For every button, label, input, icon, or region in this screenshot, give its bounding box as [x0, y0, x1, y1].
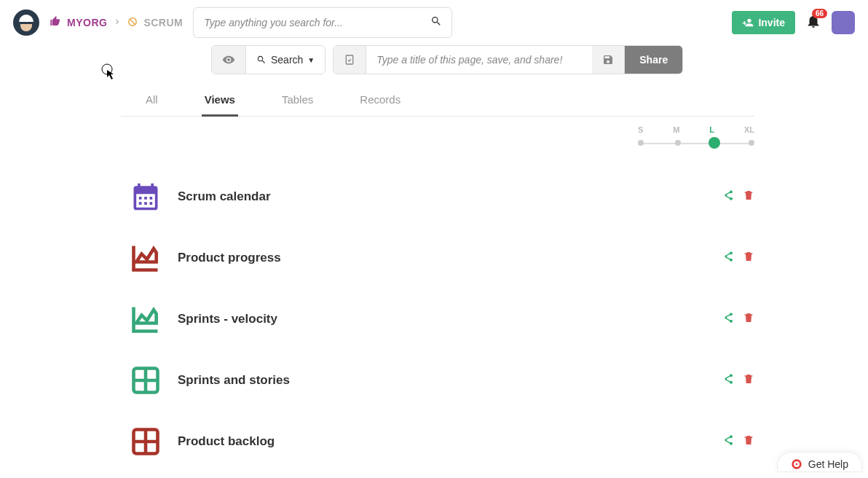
view-item: Sprints - velocity — [130, 289, 754, 350]
share-button[interactable] — [722, 434, 734, 449]
view-item: Sprints and stories — [130, 350, 754, 411]
page-title-group: Share — [333, 45, 683, 74]
save-button[interactable] — [592, 46, 625, 74]
notification-count: 66 — [812, 9, 827, 18]
view-item: Product backlog — [130, 411, 754, 472]
share-icon — [722, 251, 734, 262]
view-item-actions — [722, 312, 754, 326]
trash-icon — [743, 312, 754, 324]
size-label-m: M — [673, 125, 679, 134]
view-item-actions — [722, 189, 754, 204]
delete-button[interactable] — [743, 189, 754, 204]
size-dot-m[interactable] — [675, 140, 681, 146]
forbid-icon — [127, 17, 138, 29]
breadcrumb-project[interactable]: SCRUM — [143, 17, 183, 28]
view-item: Scrum calendar — [130, 166, 754, 227]
delete-button[interactable] — [743, 434, 754, 449]
thumbs-up-icon — [50, 15, 61, 30]
search-icon — [256, 55, 267, 65]
share-button[interactable] — [722, 189, 734, 204]
svg-rect-1 — [347, 55, 353, 64]
breadcrumb: MYORG SCRUM — [50, 15, 183, 30]
tab-tables[interactable]: Tables — [279, 85, 316, 117]
share-button[interactable] — [722, 251, 734, 265]
tab-views[interactable]: Views — [202, 85, 238, 117]
view-item-title[interactable]: Scrum calendar — [178, 189, 706, 204]
app-logo[interactable] — [13, 9, 39, 36]
size-slider[interactable]: SMLXL — [638, 125, 754, 149]
get-help-button[interactable]: Get Help — [777, 452, 862, 472]
view-item-title[interactable]: Sprints and stories — [178, 373, 706, 388]
tab-records[interactable]: Records — [357, 85, 403, 117]
invite-button[interactable]: Invite — [732, 11, 795, 34]
global-search-input[interactable] — [193, 7, 452, 38]
size-label-xl: XL — [744, 125, 754, 134]
share-icon — [722, 373, 734, 385]
share-button[interactable] — [722, 373, 734, 388]
trash-icon — [743, 189, 754, 201]
lifebuoy-icon — [791, 458, 802, 470]
view-item: Sprint backlog — [130, 472, 754, 478]
trash-icon — [743, 373, 754, 385]
chart-icon — [130, 303, 162, 335]
user-plus-icon — [742, 17, 754, 28]
grid-icon — [130, 364, 162, 396]
share-icon — [722, 434, 734, 446]
view-list: Scrum calendarProduct progressSprints - … — [130, 166, 754, 478]
view-item: Product progress — [130, 227, 754, 289]
tab-bar: AllViewsTablesRecords — [121, 85, 754, 117]
delete-button[interactable] — [743, 373, 754, 388]
caret-down-icon: ▼ — [307, 56, 315, 64]
size-dot-l[interactable] — [709, 137, 720, 149]
share-page-button[interactable]: Share — [625, 46, 682, 74]
tab-all[interactable]: All — [143, 85, 161, 117]
view-item-title[interactable]: Sprints - velocity — [178, 312, 706, 326]
eye-icon — [222, 53, 235, 66]
size-label-s: S — [638, 125, 643, 134]
user-avatar[interactable] — [832, 11, 855, 34]
search-dropdown[interactable]: Search ▼ — [246, 46, 325, 74]
share-button[interactable] — [722, 312, 734, 326]
size-dot-xl[interactable] — [749, 140, 754, 146]
grid-icon — [130, 426, 162, 458]
page-edit-button[interactable] — [334, 46, 366, 74]
view-item-title[interactable]: Product progress — [178, 251, 706, 265]
save-icon — [602, 54, 614, 66]
view-item-actions — [722, 251, 754, 265]
size-label-l: L — [709, 125, 714, 134]
view-item-actions — [722, 434, 754, 449]
delete-button[interactable] — [743, 312, 754, 326]
breadcrumb-org[interactable]: MYORG — [67, 17, 107, 28]
calendar-icon — [130, 181, 162, 213]
share-icon — [722, 189, 734, 201]
search-dropdown-label: Search — [271, 54, 303, 66]
visibility-search-group: Search ▼ — [211, 45, 326, 74]
notifications-button[interactable]: 66 — [805, 13, 821, 32]
get-help-label: Get Help — [808, 458, 848, 470]
view-item-title[interactable]: Product backlog — [178, 434, 706, 449]
chart-icon — [130, 242, 162, 274]
size-dot-s[interactable] — [638, 140, 644, 146]
page-title-input[interactable] — [366, 46, 592, 74]
view-item-actions — [722, 373, 754, 388]
chevron-right-icon — [113, 17, 122, 28]
trash-icon — [743, 251, 754, 262]
invite-label: Invite — [758, 17, 785, 28]
delete-button[interactable] — [743, 251, 754, 265]
visibility-toggle[interactable] — [212, 46, 246, 74]
trash-icon — [743, 434, 754, 446]
file-edit-icon — [344, 54, 355, 66]
share-icon — [722, 312, 734, 324]
